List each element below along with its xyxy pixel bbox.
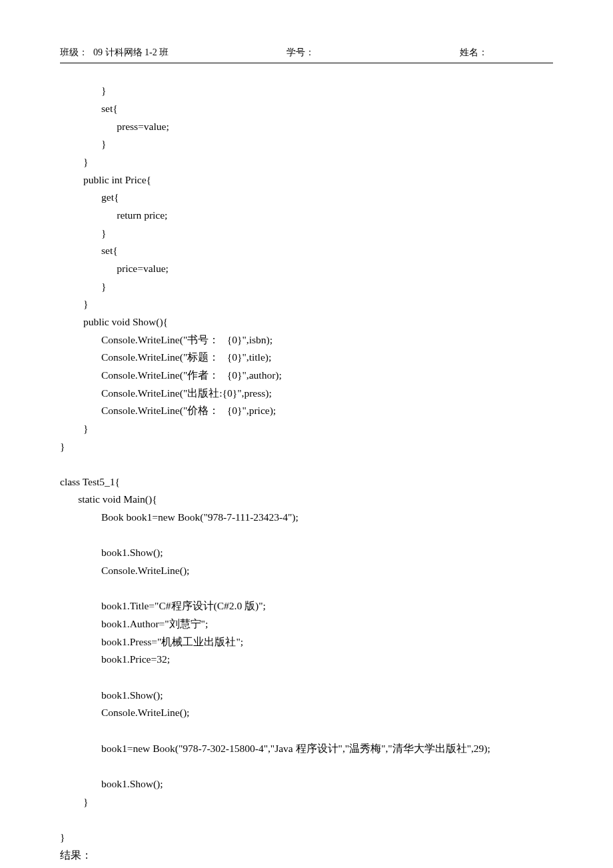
code-line: Console.WriteLine("价格： {0}",price); <box>60 405 276 416</box>
code-line: } <box>60 281 106 292</box>
code-line: } <box>60 227 106 239</box>
code-line: book1.Show(); <box>60 689 163 701</box>
code-line: Console.WriteLine("出版社:{0}",press); <box>60 387 272 399</box>
header-name-section: 姓名： <box>460 45 553 60</box>
code-line: book1.Press="机械工业出版社"; <box>60 636 243 647</box>
header-id-section: 学号： <box>287 45 460 60</box>
code-line: } <box>60 441 65 452</box>
header-class-value: 09 计科网络 1-2 班 <box>93 45 169 60</box>
code-line: set{ <box>60 103 118 114</box>
code-line: press=value; <box>60 121 169 132</box>
code-line: class Test5_1{ <box>60 476 120 487</box>
code-line: } <box>60 85 106 96</box>
page-header: 班级： 09 计科网络 1-2 班 学号： 姓名： <box>60 45 553 63</box>
code-line: book1.Show(); <box>60 778 163 789</box>
header-name-label: 姓名： <box>460 45 488 60</box>
header-id-label: 学号： <box>287 45 314 60</box>
code-line: static void Main(){ <box>60 493 157 505</box>
code-line: Console.WriteLine("标题： {0}",title); <box>60 351 271 363</box>
code-line: } <box>60 156 88 167</box>
code-line: } <box>60 423 88 434</box>
header-class-section: 班级： 09 计科网络 1-2 班 <box>60 45 287 60</box>
code-line: price=value; <box>60 263 169 274</box>
code-line: 结果： <box>60 849 92 861</box>
code-line: book1.Show(); <box>60 547 163 558</box>
code-line: } <box>60 138 106 149</box>
code-line: Console.WriteLine(); <box>60 707 189 718</box>
code-line: Console.WriteLine("作者： {0}",author); <box>60 369 282 381</box>
code-line: get{ <box>60 191 119 203</box>
code-line: return price; <box>60 209 167 221</box>
code-content: } set{ press=value; } } public int Price… <box>60 82 553 864</box>
document-page: 班级： 09 计科网络 1-2 班 学号： 姓名： } set{ press=v… <box>0 0 613 868</box>
code-line: Console.WriteLine(); <box>60 565 189 576</box>
code-line: public int Price{ <box>60 174 151 185</box>
code-line: book1.Author="刘慧宁"; <box>60 618 208 629</box>
code-line: } <box>60 831 65 843</box>
code-line: Book book1=new Book("978-7-111-23423-4")… <box>60 511 299 523</box>
code-line: } <box>60 796 88 807</box>
header-class-label: 班级： <box>60 45 88 60</box>
code-line: book1=new Book("978-7-302-15800-4","Java… <box>60 743 490 754</box>
code-line: book1.Title="C#程序设计(C#2.0 版)"; <box>60 600 266 611</box>
code-line: Console.WriteLine("书号： {0}",isbn); <box>60 334 273 345</box>
code-line: } <box>60 298 88 309</box>
code-line: set{ <box>60 245 118 256</box>
code-line: book1.Price=32; <box>60 653 170 665</box>
code-line: public void Show(){ <box>60 316 168 327</box>
